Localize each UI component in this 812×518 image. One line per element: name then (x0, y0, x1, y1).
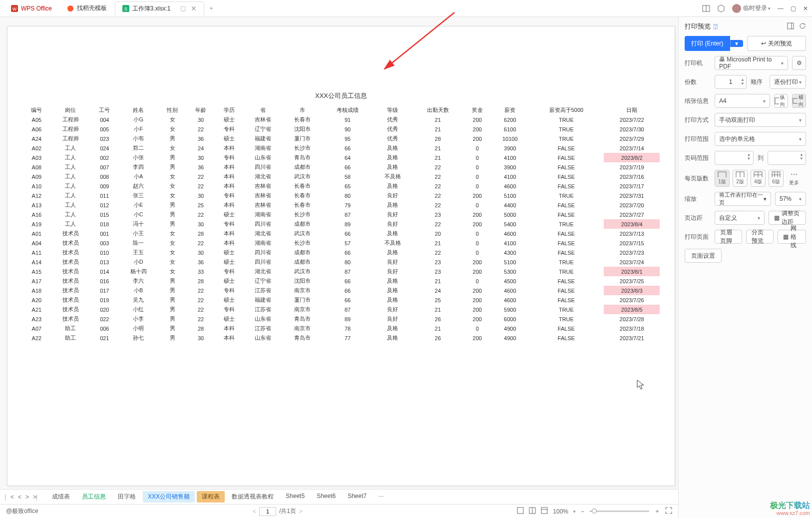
tab-close-icon[interactable]: ✕ (191, 4, 197, 12)
margin-select[interactable]: 自定义▾ (715, 211, 765, 225)
page-from-input[interactable]: ▲▼ (715, 151, 754, 165)
table-cell: 5400 (491, 219, 528, 229)
view-pagebreak-icon[interactable] (529, 507, 536, 516)
table-cell: 200 (463, 333, 491, 343)
tab-active-document[interactable]: S 工作簿3.xlsx:1 ▢ ✕ (115, 1, 205, 15)
order-select[interactable]: 逐份打印▾ (770, 75, 806, 89)
sheet-nav-first-icon[interactable]: ⎸< (5, 494, 14, 501)
landscape-icon (793, 98, 798, 104)
view-layout-icon[interactable] (541, 507, 548, 516)
page-number-input[interactable] (259, 507, 276, 516)
range-select[interactable]: 选中的单元格▾ (715, 132, 806, 146)
table-cell: 2023/7/16 (604, 172, 660, 181)
sheet-tab[interactable]: Sheet5 (281, 491, 310, 503)
zoom-out-icon[interactable]: − (581, 508, 584, 515)
zoom-slider[interactable] (589, 511, 649, 512)
sheet-tab[interactable]: XXX公司销售额 (143, 491, 195, 503)
copies-input[interactable]: 1▲▼ (715, 75, 747, 89)
table-cell: 21 (412, 238, 463, 248)
table-cell: 200 (463, 191, 491, 200)
table-cell: 优秀 (373, 124, 412, 134)
panel-refresh-icon[interactable] (799, 22, 806, 31)
printer-settings-button[interactable]: ⚙ (792, 56, 806, 70)
tab-home[interactable]: W WPS Office (4, 1, 59, 15)
table-cell: 辽宁省 (243, 124, 283, 134)
print-dropdown-icon[interactable]: ▾ (730, 40, 743, 47)
sheet-tab[interactable]: 课程表 (197, 491, 225, 503)
table-cell: 200 (463, 295, 491, 305)
table-cell: 200 (463, 257, 491, 267)
window-maximize-icon[interactable]: ▢ (791, 5, 796, 12)
adjust-margin-button[interactable]: ▦调整页边距 (769, 211, 806, 225)
page-prev-icon[interactable]: < (253, 508, 256, 515)
zoom-in-icon[interactable]: ＋ (654, 507, 660, 516)
sheet-tab[interactable]: 员工信息 (77, 491, 111, 503)
layout-more[interactable]: ⋯更多 (787, 170, 802, 187)
sheet-tab[interactable]: Sheet7 (343, 491, 372, 503)
paper-select[interactable]: A4▾ (715, 94, 770, 108)
sheet-tab[interactable]: ··· (374, 491, 389, 503)
close-preview-button[interactable]: ↩ 关闭预览 (747, 36, 807, 51)
window-close-icon[interactable]: ✕ (803, 5, 808, 12)
table-cell: 0 (463, 153, 491, 162)
table-cell: 95 (322, 134, 373, 143)
sheet-tab[interactable]: Sheet6 (312, 491, 341, 503)
sheet-nav-prev-icon[interactable]: < (18, 494, 21, 501)
layout-4up[interactable]: 4版 (751, 170, 766, 187)
add-tab-button[interactable]: ＋ (205, 2, 217, 14)
panel-layout-icon[interactable] (787, 22, 794, 31)
table-cell: TRUE (528, 314, 604, 324)
table-cell: FALSE (528, 229, 604, 238)
tab-template[interactable]: 找稻壳模板 (60, 1, 114, 15)
sheet-tab[interactable]: 田字格 (113, 491, 141, 503)
sheet-tab[interactable]: 成绩表 (47, 491, 75, 503)
panel-toggle-icon[interactable] (702, 4, 710, 12)
table-cell: 湖南省 (243, 143, 283, 153)
table-cell: FALSE (528, 210, 604, 219)
gridlines-button[interactable]: ▦网格线 (778, 230, 806, 244)
page-setup-button[interactable]: 页面设置 (685, 249, 722, 263)
preview-area: XXX公司员工信息 编号岗位工号姓名性别年龄学历省市考核成绩等级出勤天数奖金薪资… (0, 17, 678, 518)
tab-overflow-icon[interactable]: ▢ (180, 5, 186, 12)
print-button[interactable]: 打印 (Enter) ▾ (685, 36, 743, 51)
portrait-button[interactable]: 纵向 (774, 94, 788, 108)
tab-template-label: 找稻壳模板 (77, 4, 107, 12)
layout-2up[interactable]: 2版 (733, 170, 748, 187)
layout-6up[interactable]: 6版 (769, 170, 784, 187)
table-cell: 22 (412, 181, 463, 191)
sheet-tab[interactable]: 数据透视表教程 (227, 491, 279, 503)
table-row: A05工程师004小G女30硕士吉林省长春市91优秀212006200TRUE2… (22, 115, 660, 124)
table-cell: 014 (90, 267, 119, 276)
help-icon[interactable]: ⍰ (712, 22, 718, 30)
table-cell: 男 (158, 134, 187, 143)
table-cell: 武汉市 (283, 229, 322, 238)
printer-select[interactable]: 🖶 Microsoft Print to PDF▾ (715, 56, 788, 70)
table-cell: 本科 (215, 200, 243, 210)
fullscreen-icon[interactable] (665, 507, 672, 516)
page-next-icon[interactable]: > (299, 508, 303, 515)
scale-select[interactable]: 将工作表打印在一页▾ (715, 192, 771, 206)
duplex-select[interactable]: 手动双面打印▾ (715, 113, 806, 127)
page-to-input[interactable]: ▲▼ (768, 151, 807, 165)
page-break-preview-button[interactable]: 分页预览 (746, 230, 774, 244)
status-credit: @极致office (6, 507, 38, 516)
table-cell: 及格 (373, 276, 412, 286)
layout-1up[interactable]: 1版 (715, 170, 730, 187)
table-cell: 30 (187, 153, 215, 162)
view-normal-icon[interactable] (517, 507, 524, 516)
table-cell: 90 (322, 124, 373, 134)
zoom-value[interactable]: 100% (553, 508, 568, 515)
cube-icon[interactable] (717, 4, 725, 12)
sheet-nav-next-icon[interactable]: > (25, 494, 29, 501)
landscape-button[interactable]: 横向 (792, 94, 806, 108)
table-cell: 80 (322, 257, 373, 267)
window-minimize-icon[interactable]: — (778, 5, 784, 12)
table-cell: 男 (158, 333, 187, 343)
scale-pct-select[interactable]: 57%▾ (775, 192, 806, 206)
table-cell: TRUE (528, 115, 604, 124)
header-footer-button[interactable]: 页眉页脚 (715, 230, 742, 244)
sheet-nav-last-icon[interactable]: >⎸ (33, 494, 42, 501)
user-login[interactable]: 临时登录▾ (732, 4, 771, 13)
table-cell: 4600 (491, 229, 528, 238)
svg-text:W: W (12, 6, 17, 11)
